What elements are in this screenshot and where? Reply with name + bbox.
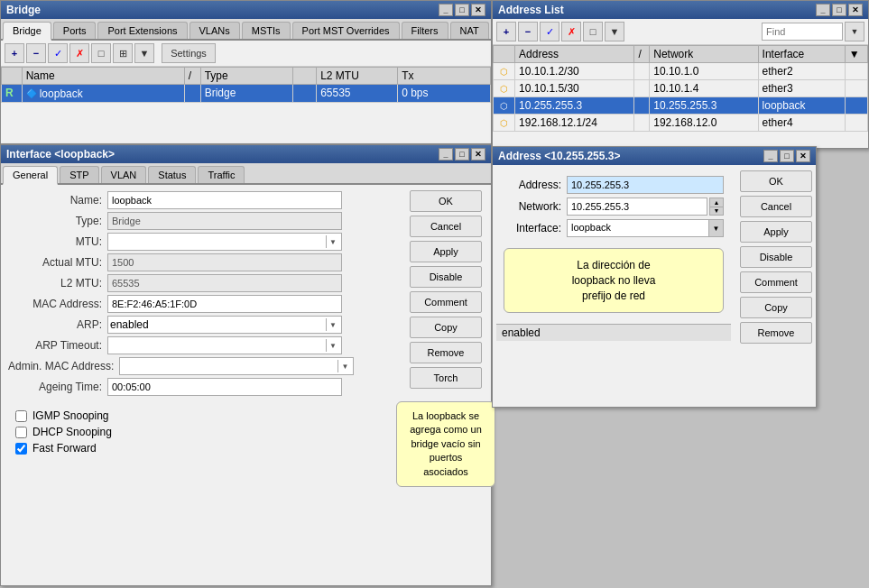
ok-btn[interactable]: OK bbox=[410, 190, 482, 212]
col-l2mtu[interactable]: L2 MTU bbox=[317, 68, 398, 85]
igmp-checkbox[interactable] bbox=[15, 410, 27, 422]
addr-row-1[interactable]: ⬡ 10.10.1.2/30 10.10.1.0 ether2 bbox=[494, 63, 868, 80]
addr-4-address: 192.168.12.1/24 bbox=[515, 115, 634, 132]
spinner-up[interactable]: ▲ bbox=[710, 198, 723, 207]
interface-dropdown-btn[interactable]: ▼ bbox=[708, 220, 723, 236]
tab-ports[interactable]: Ports bbox=[53, 22, 97, 39]
copy-tb-btn[interactable]: □ bbox=[91, 43, 111, 63]
addr-check-btn[interactable]: ✓ bbox=[540, 22, 559, 41]
addr-comment-btn[interactable]: Comment bbox=[740, 271, 812, 293]
tab-filters[interactable]: Filters bbox=[402, 22, 448, 39]
bridge-close-btn[interactable]: ✕ bbox=[471, 4, 485, 16]
add-btn[interactable]: + bbox=[5, 43, 24, 63]
addr-row-2[interactable]: ⬡ 10.10.1.5/30 10.10.1.4 ether3 bbox=[494, 80, 868, 97]
dhcp-checkbox[interactable] bbox=[15, 427, 27, 438]
iface-tab-stp[interactable]: STP bbox=[60, 166, 98, 183]
addr-col-interface[interactable]: Interface bbox=[758, 46, 845, 63]
addr-cancel-btn[interactable]: Cancel bbox=[740, 196, 812, 217]
interface-window-controls: _ □ ✕ bbox=[439, 148, 485, 161]
col-tx[interactable]: Tx bbox=[398, 68, 491, 85]
copy-btn[interactable]: Copy bbox=[410, 317, 482, 338]
addr-4-iface: ether4 bbox=[758, 115, 845, 132]
col-type[interactable]: Type bbox=[200, 68, 293, 85]
addr-filter-btn[interactable]: ▼ bbox=[605, 22, 624, 41]
admin-mac-select[interactable]: ▼ bbox=[119, 357, 354, 375]
iface-minimize-btn[interactable]: _ bbox=[439, 148, 453, 161]
tab-port-mst-overrides[interactable]: Port MST Overrides bbox=[292, 22, 400, 39]
ageing-label: Ageing Time: bbox=[8, 381, 107, 393]
addr-address-input[interactable] bbox=[567, 176, 724, 194]
actual-mtu-input[interactable] bbox=[107, 253, 342, 271]
arp-select[interactable]: enabled ▼ bbox=[107, 316, 342, 334]
addr-col-dropdown[interactable]: ▼ bbox=[845, 46, 867, 63]
addr-network-label: Network: bbox=[504, 200, 567, 213]
addr-remove-btn[interactable]: Remove bbox=[740, 322, 812, 344]
remove-btn[interactable]: − bbox=[26, 43, 46, 63]
addr-col-network[interactable]: Network bbox=[650, 46, 758, 63]
addr-add-btn[interactable]: + bbox=[496, 22, 516, 41]
fastfwd-checkbox[interactable] bbox=[15, 443, 27, 455]
mtu-dropdown-arrow: ▼ bbox=[326, 235, 339, 248]
torch-btn[interactable]: Torch bbox=[410, 367, 482, 389]
bridge-maximize-btn[interactable]: □ bbox=[455, 4, 469, 16]
cross-btn[interactable]: ✗ bbox=[69, 43, 89, 63]
tab-mstis[interactable]: MSTIs bbox=[242, 22, 291, 39]
addr-row-3[interactable]: ⬡ 10.255.255.3 10.255.255.3 loopback bbox=[494, 97, 868, 115]
addr-dropdown-btn[interactable]: ▼ bbox=[845, 22, 864, 41]
col-name[interactable]: Name bbox=[22, 68, 184, 85]
tab-port-extensions[interactable]: Port Extensions bbox=[97, 22, 187, 39]
iface-tab-vlan[interactable]: VLAN bbox=[101, 166, 147, 183]
mac-input[interactable] bbox=[107, 295, 342, 313]
addr-row-4[interactable]: ⬡ 192.168.12.1/24 192.168.12.0 ether4 bbox=[494, 115, 868, 132]
addr-copy-tb-btn[interactable]: □ bbox=[583, 22, 603, 41]
addrlist-maximize-btn[interactable]: □ bbox=[832, 4, 846, 16]
addrlist-close-btn[interactable]: ✕ bbox=[848, 4, 863, 16]
addr-dialog-maximize-btn[interactable]: □ bbox=[780, 150, 794, 162]
addr-dialog-minimize-btn[interactable]: _ bbox=[763, 150, 778, 162]
iface-tab-status[interactable]: Status bbox=[148, 166, 196, 183]
l2mtu-input[interactable] bbox=[107, 274, 342, 292]
check-btn[interactable]: ✓ bbox=[48, 43, 68, 63]
addr-cross-btn[interactable]: ✗ bbox=[561, 22, 581, 41]
spinner-down[interactable]: ▼ bbox=[710, 207, 723, 216]
iface-maximize-btn[interactable]: □ bbox=[455, 148, 469, 161]
bridge-minimize-btn[interactable]: _ bbox=[439, 4, 453, 16]
addr-ok-btn[interactable]: OK bbox=[740, 170, 812, 192]
settings-btn[interactable]: Settings bbox=[162, 43, 216, 63]
comment-btn[interactable]: Comment bbox=[410, 291, 482, 313]
tab-vlans[interactable]: VLANs bbox=[190, 22, 240, 39]
addr-copy-btn[interactable]: Copy bbox=[740, 297, 812, 318]
name-input[interactable] bbox=[107, 191, 342, 209]
addr-1-empty bbox=[845, 63, 867, 80]
addr-col-address[interactable]: Address bbox=[515, 46, 634, 63]
remove-btn[interactable]: Remove bbox=[410, 342, 482, 363]
addr-apply-btn[interactable]: Apply bbox=[740, 221, 812, 243]
addr-list-controls: _ □ ✕ bbox=[816, 4, 863, 16]
iface-callout: La loopback seagrega como unbridge vacío… bbox=[396, 401, 495, 487]
addr-disable-btn[interactable]: Disable bbox=[740, 246, 812, 268]
addr-remove-btn[interactable]: − bbox=[518, 22, 538, 41]
mtu-select[interactable]: ▼ bbox=[107, 233, 342, 251]
arp-timeout-select[interactable]: ▼ bbox=[107, 336, 342, 354]
ageing-input[interactable] bbox=[107, 378, 342, 396]
tab-nat[interactable]: NAT bbox=[450, 22, 489, 39]
network-spinner[interactable]: ▲ ▼ bbox=[709, 198, 724, 216]
addr-search-input[interactable] bbox=[762, 23, 843, 41]
bridge-title-text: Bridge bbox=[6, 4, 439, 16]
addr-interface-select[interactable]: loopback ▼ bbox=[567, 219, 724, 237]
addr-network-input[interactable] bbox=[567, 198, 707, 216]
addr-dialog-close-btn[interactable]: ✕ bbox=[796, 150, 810, 162]
tab-bridge[interactable]: Bridge bbox=[3, 22, 51, 41]
iface-tab-general[interactable]: General bbox=[3, 166, 58, 185]
paste-btn[interactable]: ⊞ bbox=[113, 43, 133, 63]
disable-btn[interactable]: Disable bbox=[410, 266, 482, 288]
addr-3-network: 10.255.255.3 bbox=[650, 97, 758, 115]
table-row[interactable]: R 🔷 loopback Bridge 65535 0 bps bbox=[2, 85, 491, 103]
iface-close-btn[interactable]: ✕ bbox=[471, 148, 485, 161]
cancel-btn[interactable]: Cancel bbox=[410, 216, 482, 237]
apply-btn[interactable]: Apply bbox=[410, 241, 482, 262]
iface-tab-traffic[interactable]: Traffic bbox=[198, 166, 245, 183]
type-input[interactable] bbox=[107, 212, 342, 230]
addrlist-minimize-btn[interactable]: _ bbox=[816, 4, 830, 16]
filter-btn[interactable]: ▼ bbox=[134, 43, 154, 63]
